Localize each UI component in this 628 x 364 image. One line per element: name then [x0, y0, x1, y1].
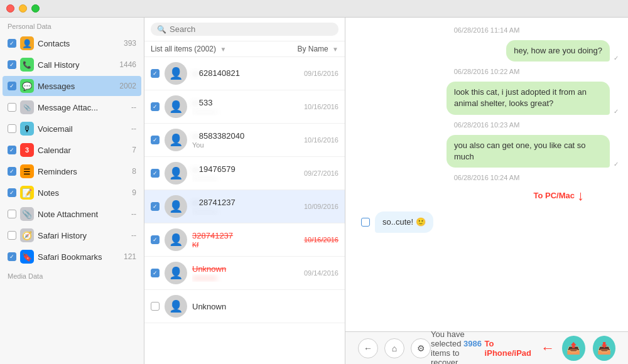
row1-checkbox[interactable]	[151, 69, 160, 78]
to-iphone-action: To iPhone/iPad ←	[485, 339, 555, 358]
contact-date: 10/09/2016	[304, 203, 338, 210]
safaribookmarks-checkbox[interactable]	[8, 252, 16, 261]
msgattach-icon: 📎	[20, 100, 34, 114]
sidebar-item-msgattach[interactable]: 📎 Message Attac... --	[3, 97, 141, 117]
avatar: 👤	[165, 95, 187, 118]
sidebar-item-safaribookmarks[interactable]: 🔖 Safari Bookmarks 121	[3, 247, 141, 267]
notes-checkbox[interactable]	[8, 188, 16, 197]
table-row[interactable]: 👤 Unknown	[144, 290, 345, 323]
sidebar-item-messages[interactable]: 💬 Messages 2002	[3, 76, 141, 96]
sidebar-item-reminders[interactable]: ☰ Reminders 8	[3, 161, 141, 181]
row4-checkbox[interactable]	[151, 169, 160, 178]
calendar-label: Calendar	[38, 146, 128, 155]
row5-checkbox[interactable]	[151, 202, 160, 211]
callhistory-checkbox[interactable]	[8, 60, 16, 69]
voicemail-checkbox[interactable]	[8, 124, 16, 133]
close-button[interactable]	[6, 4, 14, 13]
table-row[interactable]: 👤 ···19476579 ············· 09/27/2016	[144, 157, 345, 190]
contact-name: ···19476579	[192, 164, 299, 174]
to-iphone-label: To iPhone/iPad	[485, 339, 536, 358]
avatar: 👤	[165, 62, 187, 85]
sidebar-item-notes[interactable]: 📝 Notes 9	[3, 183, 141, 203]
back-button[interactable]: ←	[358, 338, 378, 358]
noteattach-icon: 📎	[20, 207, 34, 221]
contact-info: ···533 ·············	[192, 98, 299, 115]
callhistory-count: 1446	[119, 60, 136, 69]
personal-section-label: Personal Data	[0, 18, 144, 33]
msgattach-checkbox[interactable]	[8, 103, 16, 112]
search-icon: 🔍	[157, 25, 166, 34]
notes-label: Notes	[38, 188, 128, 198]
messages-count: 2002	[119, 82, 136, 90]
table-row[interactable]: 👤 ···8583382040 You 10/16/2016	[144, 124, 345, 157]
to-pc-label: To PC/Mac	[534, 191, 575, 200]
contact-info: ···19476579 ·············	[192, 164, 299, 182]
safarihistory-checkbox[interactable]	[8, 231, 16, 240]
messages-checkbox[interactable]	[8, 82, 16, 90]
contact-date: 10/16/2016	[304, 103, 338, 110]
safarihistory-label: Safari History	[38, 231, 127, 240]
notes-count: 9	[132, 188, 136, 197]
msgattach-label: Message Attac...	[38, 103, 127, 112]
calendar-count: 7	[132, 146, 136, 154]
restore-to-pc-button[interactable]: 📥	[593, 336, 615, 361]
table-row[interactable]: 👤 328741237 Kf 10/16/2016	[144, 223, 345, 257]
calendar-checkbox[interactable]	[8, 146, 16, 154]
contact-name: Unknown	[192, 302, 333, 311]
list-toolbar: List all items (2002) ▼ By Name ▼	[144, 41, 345, 57]
notes-icon: 📝	[20, 186, 34, 200]
minimize-button[interactable]	[19, 4, 27, 13]
pc-icon: 📥	[597, 341, 611, 355]
received-bubble: so..cute! 🙂	[375, 211, 433, 233]
message-check: ✓	[614, 55, 619, 62]
timestamp-1: 06/28/2016 11:14 AM	[355, 26, 619, 34]
row2-checkbox[interactable]	[151, 102, 160, 111]
selected-msg-checkbox[interactable]	[361, 218, 370, 227]
row7-checkbox[interactable]	[151, 269, 160, 277]
settings-button[interactable]: ⚙	[411, 338, 431, 358]
contact-info: ···8583382040 You	[192, 131, 299, 149]
selected-count: 3986	[463, 339, 482, 348]
sort-label[interactable]: By Name ▼	[297, 45, 338, 53]
titlebar	[0, 0, 628, 18]
timestamp-2: 06/28/2016 10:22 AM	[355, 68, 619, 75]
bottom-status: You have selected 3986 items to recover	[431, 329, 485, 365]
contact-list: 👤 ···628140821 09/16/2016 👤 ···533 ·····…	[144, 57, 345, 364]
noteattach-checkbox[interactable]	[8, 210, 16, 218]
contact-sub: ·············	[192, 108, 299, 115]
list-all-label[interactable]: List all items (2002) ▼	[151, 45, 226, 53]
bottom-bar: ← ⌂ ⚙ You have selected 3986 items to re…	[345, 331, 628, 364]
maximize-button[interactable]	[31, 4, 40, 13]
table-row[interactable]: 👤 ···628140821 09/16/2016	[144, 57, 345, 90]
row8-checkbox[interactable]	[151, 302, 160, 311]
table-row[interactable]: 👤 ···533 ············· 10/16/2016	[144, 90, 345, 124]
avatar: 👤	[165, 129, 187, 151]
media-section-label: Media Data	[0, 267, 144, 282]
contacts-checkbox[interactable]	[8, 39, 16, 48]
sidebar-item-safarihistory[interactable]: 🧭 Safari History --	[3, 225, 141, 245]
home-button[interactable]: ⌂	[384, 338, 404, 358]
contact-name: ···628140821	[192, 68, 299, 78]
table-row[interactable]: 👤 ···28741237 ············· 10/09/2016	[144, 190, 345, 223]
sidebar-item-noteattach[interactable]: 📎 Note Attachment --	[3, 204, 141, 224]
middle-panel: 🔍 List all items (2002) ▼ By Name ▼ 👤 ··…	[144, 18, 345, 364]
table-row[interactable]: 👤 Unknown ············· 09/14/2016	[144, 257, 345, 290]
restore-to-iphone-button[interactable]: 📤	[562, 336, 585, 361]
contact-name: ···8583382040	[192, 131, 299, 141]
row6-checkbox[interactable]	[151, 235, 160, 244]
selected-message-row: so..cute! 🙂	[355, 208, 619, 237]
reminders-checkbox[interactable]	[8, 167, 16, 176]
msgattach-count: --	[131, 103, 136, 112]
contact-sub: ·············	[192, 208, 299, 215]
contact-name: Unknown	[192, 264, 299, 274]
callhistory-icon: 📞	[20, 58, 34, 72]
row3-checkbox[interactable]	[151, 136, 160, 144]
sidebar-item-contacts[interactable]: 👤 Contacts 393	[3, 33, 141, 53]
sidebar-item-calendar[interactable]: 3 Calendar 7	[3, 140, 141, 160]
sidebar-item-callhistory[interactable]: 📞 Call History 1446	[3, 55, 141, 75]
contacts-label: Contacts	[38, 39, 120, 48]
search-input[interactable]	[170, 24, 332, 34]
iphone-icon: 📤	[566, 341, 580, 355]
contact-sub: You	[192, 141, 299, 149]
sidebar-item-voicemail[interactable]: 🎙 Voicemail --	[3, 119, 141, 139]
